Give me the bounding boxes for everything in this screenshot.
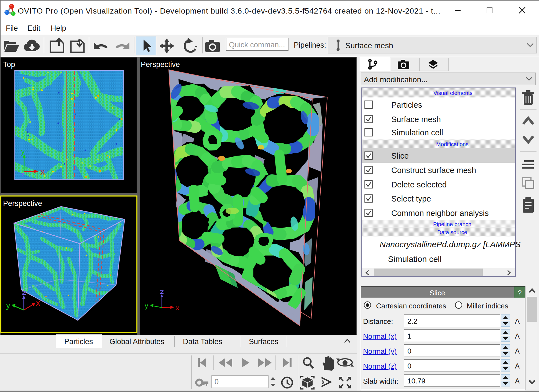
svg-text:x: x xyxy=(36,298,40,307)
svg-text:Top: Top xyxy=(3,60,15,69)
svg-text:z: z xyxy=(21,171,25,179)
svg-text:x: x xyxy=(40,167,45,176)
svg-text:x: x xyxy=(176,304,179,312)
svg-text:Perspective: Perspective xyxy=(3,199,42,208)
svg-text:y: y xyxy=(145,301,148,310)
svg-text:y: y xyxy=(6,301,10,310)
svg-text:Perspective: Perspective xyxy=(141,60,180,69)
svg-text:y: y xyxy=(21,147,25,156)
